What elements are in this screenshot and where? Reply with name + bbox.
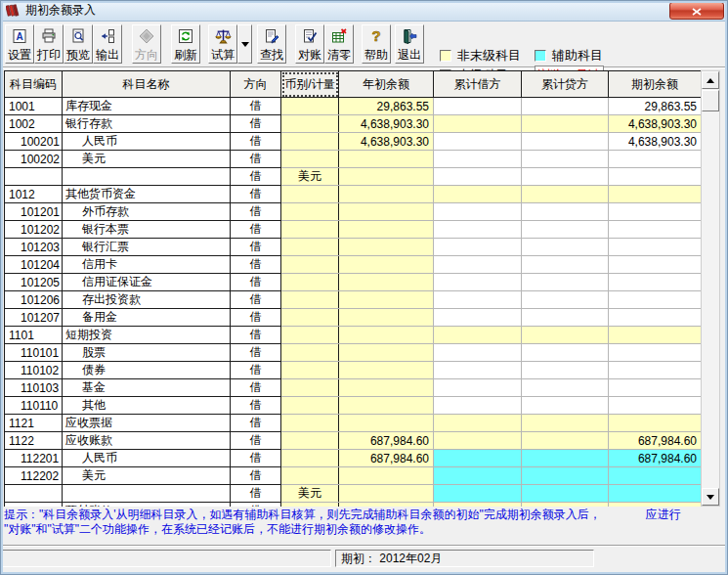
find-button[interactable]: 查找 bbox=[257, 24, 286, 64]
initial-balance-cell[interactable] bbox=[609, 151, 702, 168]
currency-cell[interactable] bbox=[281, 327, 339, 344]
year-begin-balance-cell[interactable] bbox=[339, 362, 434, 379]
code-cell[interactable]: 101203 bbox=[5, 239, 63, 256]
code-cell[interactable]: 1121 bbox=[5, 415, 63, 432]
accum-credit-cell[interactable] bbox=[522, 291, 609, 309]
currency-cell[interactable] bbox=[281, 115, 339, 133]
print-button[interactable]: 打印 bbox=[34, 24, 64, 64]
currency-cell[interactable] bbox=[281, 151, 339, 168]
initial-balance-cell[interactable]: 4,638,903.30 bbox=[609, 115, 702, 133]
accum-credit-cell[interactable] bbox=[522, 239, 609, 256]
code-cell[interactable]: 101202 bbox=[5, 221, 63, 239]
initial-balance-cell[interactable] bbox=[609, 397, 702, 415]
accum-debit-cell[interactable] bbox=[434, 291, 522, 309]
initial-balance-cell[interactable] bbox=[609, 485, 702, 503]
initial-balance-cell[interactable]: 687,984.60 bbox=[609, 432, 702, 450]
name-cell[interactable]: 人民币 bbox=[63, 450, 231, 467]
direction-cell[interactable]: 借 bbox=[231, 503, 281, 508]
initial-balance-cell[interactable] bbox=[609, 415, 702, 432]
direction-cell[interactable]: 借 bbox=[231, 115, 281, 133]
year-begin-balance-cell[interactable]: 687,984.60 bbox=[339, 432, 434, 450]
direction-cell[interactable]: 借 bbox=[231, 415, 281, 432]
direction-cell[interactable]: 借 bbox=[231, 98, 281, 115]
initial-balance-cell[interactable] bbox=[609, 186, 702, 203]
initial-balance-cell[interactable]: 687,984.60 bbox=[609, 450, 702, 467]
close-button[interactable] bbox=[669, 2, 724, 20]
col-header-name[interactable]: 科目名称 bbox=[63, 71, 231, 98]
year-begin-balance-cell[interactable] bbox=[339, 379, 434, 397]
initial-balance-cell[interactable] bbox=[609, 239, 702, 256]
year-begin-balance-cell[interactable] bbox=[339, 415, 434, 432]
code-cell[interactable]: 1002 bbox=[5, 115, 63, 133]
accum-credit-cell[interactable] bbox=[522, 256, 609, 274]
code-cell[interactable]: 1122 bbox=[5, 432, 63, 450]
accum-debit-cell[interactable] bbox=[434, 503, 522, 508]
accum-credit-cell[interactable] bbox=[522, 151, 609, 168]
accum-debit-cell[interactable] bbox=[434, 256, 522, 274]
year-begin-balance-cell[interactable]: 687,984.60 bbox=[339, 450, 434, 467]
code-cell[interactable]: 100202 bbox=[5, 151, 63, 168]
name-cell[interactable]: 短期投资 bbox=[63, 327, 231, 344]
export-button[interactable]: 输出 bbox=[93, 24, 122, 64]
name-cell[interactable]: 人民币 bbox=[63, 133, 231, 151]
currency-cell[interactable] bbox=[281, 239, 339, 256]
accum-debit-cell[interactable] bbox=[434, 467, 522, 485]
year-begin-balance-cell[interactable] bbox=[339, 274, 434, 291]
initial-balance-cell[interactable] bbox=[609, 274, 702, 291]
accum-credit-cell[interactable] bbox=[522, 203, 609, 221]
currency-cell[interactable] bbox=[281, 397, 339, 415]
accum-credit-cell[interactable] bbox=[522, 485, 609, 503]
accum-credit-cell[interactable] bbox=[522, 397, 609, 415]
initial-balance-cell[interactable] bbox=[609, 344, 702, 362]
vertical-scrollbar[interactable] bbox=[701, 70, 720, 507]
direction-cell[interactable]: 借 bbox=[231, 239, 281, 256]
year-begin-balance-cell[interactable] bbox=[339, 327, 434, 344]
name-cell[interactable]: 美元 bbox=[63, 151, 231, 168]
direction-cell[interactable]: 借 bbox=[231, 274, 281, 291]
direction-cell[interactable]: 借 bbox=[231, 344, 281, 362]
refresh-button[interactable]: 刷新 bbox=[171, 24, 200, 64]
trial-balance-dropdown[interactable] bbox=[237, 24, 252, 64]
initial-balance-cell[interactable]: 4,638,903.30 bbox=[609, 133, 702, 151]
year-begin-balance-cell[interactable] bbox=[339, 485, 434, 503]
code-cell[interactable]: 110102 bbox=[5, 362, 63, 379]
direction-cell[interactable]: 借 bbox=[231, 432, 281, 450]
accum-debit-cell[interactable] bbox=[434, 98, 522, 115]
code-cell[interactable]: 110110 bbox=[5, 397, 63, 415]
code-cell[interactable]: 110101 bbox=[5, 344, 63, 362]
accum-debit-cell[interactable] bbox=[434, 151, 522, 168]
accum-debit-cell[interactable] bbox=[434, 133, 522, 151]
year-begin-balance-cell[interactable] bbox=[339, 309, 434, 327]
accum-debit-cell[interactable] bbox=[434, 203, 522, 221]
currency-cell[interactable]: 美元 bbox=[281, 485, 339, 503]
direction-button[interactable]: 方向 bbox=[132, 24, 161, 64]
accum-debit-cell[interactable] bbox=[434, 362, 522, 379]
initial-balance-cell[interactable] bbox=[609, 221, 702, 239]
settings-button[interactable]: A 设置 bbox=[5, 24, 34, 64]
code-cell[interactable]: 101206 bbox=[5, 291, 63, 309]
year-begin-balance-cell[interactable] bbox=[339, 186, 434, 203]
direction-cell[interactable]: 借 bbox=[231, 186, 281, 203]
name-cell[interactable]: 其他 bbox=[63, 397, 231, 415]
code-cell[interactable]: 101204 bbox=[5, 256, 63, 274]
name-cell[interactable]: 应收账款 bbox=[63, 432, 231, 450]
accum-credit-cell[interactable] bbox=[522, 450, 609, 467]
initial-balance-cell[interactable] bbox=[609, 256, 702, 274]
accum-debit-cell[interactable] bbox=[434, 186, 522, 203]
accum-debit-cell[interactable] bbox=[434, 221, 522, 239]
currency-cell[interactable] bbox=[281, 291, 339, 309]
accum-credit-cell[interactable] bbox=[522, 186, 609, 203]
accum-debit-cell[interactable] bbox=[434, 450, 522, 467]
direction-cell[interactable]: 借 bbox=[231, 291, 281, 309]
currency-cell[interactable] bbox=[281, 379, 339, 397]
name-cell[interactable]: 美元 bbox=[63, 467, 231, 485]
accum-debit-cell[interactable] bbox=[434, 168, 522, 186]
initial-balance-cell[interactable] bbox=[609, 291, 702, 309]
currency-cell[interactable] bbox=[281, 221, 339, 239]
direction-cell[interactable]: 借 bbox=[231, 203, 281, 221]
col-header-direction[interactable]: 方向 bbox=[231, 71, 281, 98]
year-begin-balance-cell[interactable] bbox=[339, 203, 434, 221]
direction-cell[interactable]: 借 bbox=[231, 467, 281, 485]
currency-cell[interactable] bbox=[281, 415, 339, 432]
direction-cell[interactable]: 借 bbox=[231, 327, 281, 344]
